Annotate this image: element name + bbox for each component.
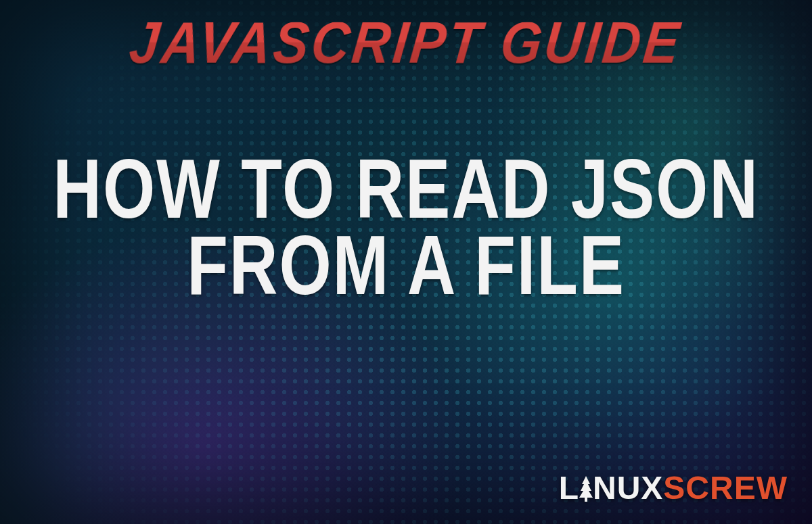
main-title-line2: FROM A FILE — [53, 221, 759, 309]
title-wrapper: HOW TO READ JSON FROM A FILE — [22, 150, 790, 304]
logo-text-linux: L NUX — [559, 469, 664, 506]
content-container: JAVASCRIPT GUIDE HOW TO READ JSON FROM A… — [0, 0, 812, 524]
category-subtitle: JAVASCRIPT GUIDE — [127, 14, 685, 72]
brand-logo: L NUX SCREW — [559, 469, 788, 506]
logo-letter-l: L — [559, 469, 579, 506]
svg-rect-0 — [585, 498, 587, 502]
logo-text-screw: SCREW — [663, 469, 788, 506]
logo-letters-nux: NUX — [593, 469, 663, 506]
tree-icon — [578, 473, 594, 502]
